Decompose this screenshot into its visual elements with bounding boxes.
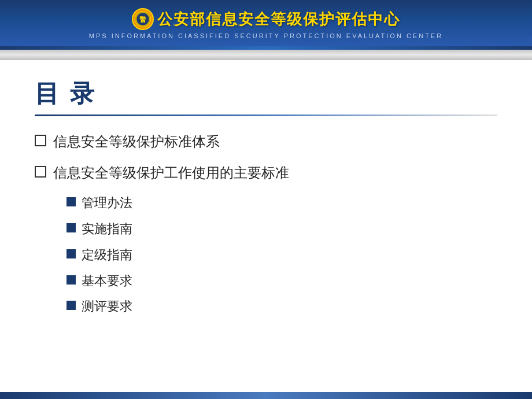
square-bullet-icon (66, 301, 76, 310)
list-text-level2: 基本要求 (82, 272, 132, 290)
title-section: 目 录 (35, 77, 497, 127)
list-text-level1: 信息安全等级保护标准体系 (53, 132, 220, 152)
square-bullet-icon (66, 275, 76, 285)
checkbox-icon (35, 135, 46, 146)
list-item: 测评要求 (66, 298, 497, 316)
square-bullet-icon (66, 197, 76, 206)
page-title: 目 录 (35, 77, 497, 110)
main-content: 目 录 信息安全等级保护标准体系 信息安全等级保护工作使用的主要标准 管理办法 (0, 60, 532, 399)
list-text-level2: 实施指南 (82, 220, 132, 238)
square-bullet-icon (66, 223, 76, 232)
list-item: 实施指南 (66, 220, 497, 238)
list-text-level2: 定级指南 (82, 246, 132, 264)
header-chinese-title: 公安部信息安全等级保护评估中心 (157, 9, 400, 29)
square-bullet-icon (66, 249, 76, 258)
list-item: 基本要求 (66, 272, 497, 290)
gray-stripe-divider (0, 50, 532, 60)
list-text-level2: 测评要求 (82, 298, 132, 316)
list-text-level1: 信息安全等级保护工作使用的主要标准 (53, 164, 289, 183)
bottom-decoration (0, 392, 532, 399)
list-item: 定级指南 (66, 246, 497, 264)
header-subtitle: MPS INFORMATION CIASSIFIED SECURITY PROT… (89, 32, 443, 42)
list-container: 信息安全等级保护标准体系 信息安全等级保护工作使用的主要标准 管理办法 实施指南… (35, 132, 497, 324)
title-underline (35, 114, 497, 116)
svg-text:警: 警 (139, 16, 147, 24)
list-item: 管理办法 (66, 194, 497, 212)
slide: 警 公安部信息安全等级保护评估中心 MPS INFORMATION CIASSI… (0, 0, 532, 399)
header-emblem: 警 (132, 8, 154, 30)
checkbox-icon (35, 166, 46, 178)
header: 警 公安部信息安全等级保护评估中心 MPS INFORMATION CIASSI… (0, 0, 532, 46)
list-item: 信息安全等级保护工作使用的主要标准 (35, 164, 497, 183)
list-text-level2: 管理办法 (82, 194, 132, 212)
list-item: 信息安全等级保护标准体系 (35, 132, 497, 152)
header-logo-area: 警 公安部信息安全等级保护评估中心 (120, 5, 412, 32)
